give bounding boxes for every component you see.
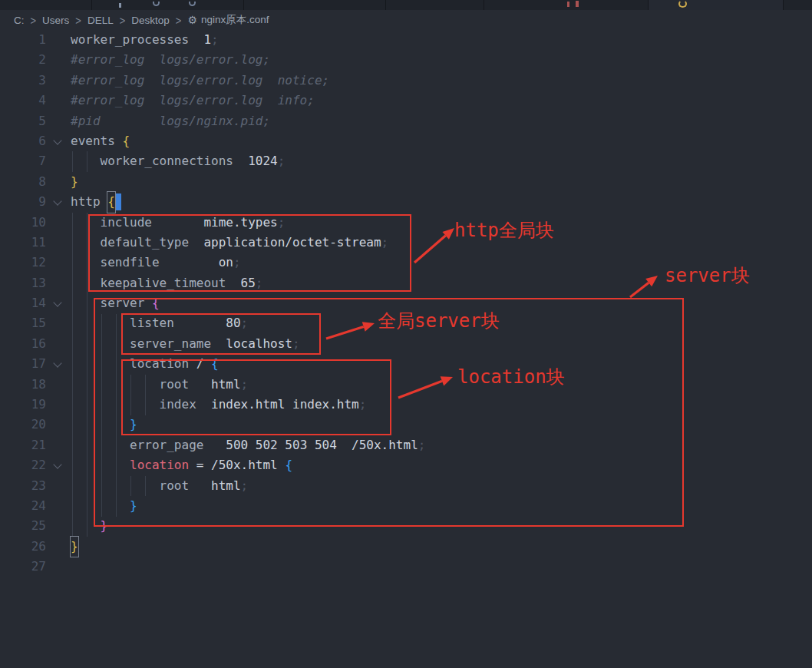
breadcrumb-item-c[interactable]: C: — [14, 15, 25, 26]
fold-chevron-icon[interactable] — [46, 131, 71, 151]
code-token — [233, 151, 248, 171]
chevron-right-icon: > — [75, 13, 81, 26]
code-token — [71, 273, 101, 293]
breadcrumb-item-dell[interactable]: DELL — [87, 15, 114, 26]
chevron-right-icon: > — [176, 13, 182, 26]
code-line-15[interactable]: 15 listen 80; — [0, 313, 425, 333]
code-token: { — [122, 131, 130, 151]
code-line-3[interactable]: 3#error_log logs/error.log notice; — [0, 71, 425, 91]
line-number: 16 — [0, 334, 46, 354]
line-number: 26 — [0, 537, 46, 557]
fold-chevron-icon[interactable] — [46, 293, 71, 313]
code-line-16[interactable]: 16 server_name localhost; — [0, 334, 425, 354]
code-line-11[interactable]: 11 default_type application/octet-stream… — [0, 233, 425, 253]
line-number: 13 — [0, 273, 46, 293]
code-token: localhost — [226, 334, 292, 354]
breadcrumb-item-desktop[interactable]: Desktop — [131, 15, 170, 26]
code-content[interactable]: 1worker_processes 1;2#error_log logs/err… — [0, 30, 425, 577]
fold-chevron-icon[interactable] — [46, 354, 71, 374]
code-line-2[interactable]: 2#error_log logs/error.log; — [0, 50, 425, 70]
code-token — [189, 354, 196, 374]
line-number: 4 — [0, 91, 46, 111]
code-token: { — [285, 455, 292, 475]
line-number: 10 — [0, 213, 46, 233]
code-line-23[interactable]: 23 root html; — [0, 476, 425, 496]
code-line-19[interactable]: 19 index index.html index.htm; — [0, 395, 425, 415]
code-line-10[interactable]: 10 include mime.types; — [0, 213, 425, 233]
code-token: worker_processes — [71, 30, 189, 50]
fold-gutter — [46, 50, 71, 70]
fold-gutter — [46, 30, 71, 50]
code-token: ; — [381, 233, 389, 253]
code-token: 500 502 503 504 — [226, 435, 337, 455]
code-editor[interactable]: 1worker_processes 1;2#error_log logs/err… — [0, 0, 812, 668]
line-number: 8 — [0, 172, 46, 192]
code-token: ; — [256, 273, 263, 293]
code-line-14[interactable]: 14 server { — [0, 293, 425, 313]
code-line-18[interactable]: 18 root html; — [0, 375, 425, 395]
code-token — [71, 435, 130, 455]
code-line-24[interactable]: 24 } — [0, 496, 425, 516]
chevron-right-icon: > — [31, 13, 37, 26]
code-token — [71, 233, 101, 253]
line-number: 20 — [0, 415, 46, 435]
fold-chevron-icon[interactable] — [46, 455, 71, 475]
code-line-12[interactable]: 12 sendfile on; — [0, 253, 425, 273]
code-line-8[interactable]: 8} — [0, 172, 425, 192]
code-line-9[interactable]: 9http { — [0, 192, 425, 212]
code-token: html — [211, 375, 241, 395]
code-token — [278, 455, 286, 475]
code-token: = — [196, 455, 204, 475]
code-line-6[interactable]: 6events { — [0, 131, 425, 151]
code-token: include — [101, 213, 152, 233]
fold-gutter — [46, 151, 71, 171]
tab-separator — [385, 0, 386, 10]
code-token: default_type — [101, 233, 190, 253]
code-line-13[interactable]: 13 keepalive_timeout 65; — [0, 273, 425, 293]
fold-gutter — [46, 213, 71, 233]
gear-icon: ⚙ — [187, 15, 197, 25]
code-token: 1024 — [248, 151, 278, 171]
code-line-22[interactable]: 22 location = /50x.html { — [0, 455, 425, 475]
code-token — [196, 395, 211, 415]
code-token — [71, 313, 130, 333]
fold-gutter — [46, 313, 71, 333]
code-token: ; — [241, 476, 249, 496]
code-token: /50x.html — [352, 435, 418, 455]
fold-gutter — [46, 172, 71, 192]
code-line-17[interactable]: 17 location / { — [0, 354, 425, 374]
code-line-20[interactable]: 20 } — [0, 415, 425, 435]
tab-separator — [783, 0, 784, 10]
code-line-1[interactable]: 1worker_processes 1; — [0, 30, 425, 50]
code-token: ; — [233, 253, 241, 273]
code-token — [71, 496, 130, 516]
line-number: 15 — [0, 313, 46, 333]
code-line-4[interactable]: 4#error_log logs/error.log info; — [0, 91, 425, 111]
code-token — [115, 131, 123, 151]
code-line-5[interactable]: 5#pid logs/nginx.pid; — [0, 111, 425, 131]
code-token: #error_log logs/error.log; — [71, 50, 270, 70]
code-token: on — [219, 253, 233, 273]
code-line-7[interactable]: 7 worker_connections 1024; — [0, 151, 425, 171]
code-token: listen — [130, 313, 174, 333]
editor-tab-strip[interactable] — [0, 0, 812, 10]
code-line-27[interactable]: 27 — [0, 557, 425, 577]
code-token: ; — [241, 313, 249, 333]
code-line-26[interactable]: 26} — [0, 537, 425, 557]
code-line-21[interactable]: 21 error_page 500 502 503 504 /50x.html; — [0, 435, 425, 455]
code-token: location — [130, 455, 189, 475]
active-tab-remnant[interactable] — [648, 0, 783, 10]
breadcrumb: C:>Users>DELL>Desktop>⚙nginx原本.conf — [0, 10, 812, 30]
breadcrumb-item-file[interactable]: ⚙nginx原本.conf — [187, 13, 269, 27]
breadcrumb-item-users[interactable]: Users — [42, 15, 69, 26]
fold-gutter — [46, 395, 71, 415]
fold-chevron-icon[interactable] — [46, 192, 71, 212]
code-token — [189, 375, 211, 395]
code-token: { — [107, 192, 115, 212]
code-token: } — [101, 516, 108, 536]
line-number: 2 — [0, 50, 46, 70]
code-token — [337, 435, 352, 455]
fold-gutter — [46, 71, 71, 91]
code-line-25[interactable]: 25 } — [0, 516, 425, 536]
fold-gutter — [46, 537, 71, 557]
